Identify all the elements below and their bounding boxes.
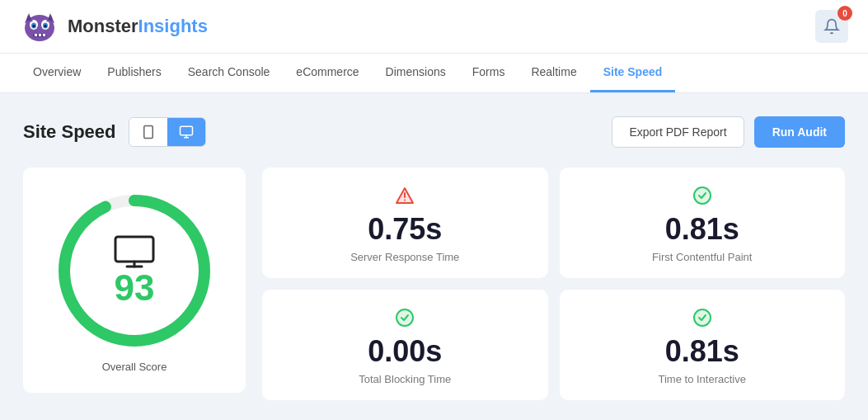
desktop-device-button[interactable] (167, 118, 205, 146)
notification-badge: 0 (838, 6, 852, 21)
check-circle-icon-3 (692, 308, 712, 328)
nav-item-search-console[interactable]: Search Console (175, 54, 284, 92)
check-icon-tti (692, 308, 712, 332)
metric-card-time-to-interactive: 0.81s Time to Interactive (560, 290, 846, 400)
svg-point-6 (45, 25, 47, 27)
metric-value-tbt: 0.00s (368, 337, 442, 366)
check-icon-tbt (395, 308, 415, 332)
content-grid: 93 Overall Score 0.75s Server Response (23, 168, 845, 400)
metric-value-fcp: 0.81s (665, 215, 739, 244)
check-icon-fcp (692, 186, 712, 210)
metric-label-server-response: Server Response Time (350, 251, 459, 263)
export-pdf-button[interactable]: Export PDF Report (612, 116, 744, 148)
mobile-device-button[interactable] (129, 118, 167, 146)
score-card: 93 Overall Score (23, 168, 246, 393)
page-header: Site Speed (23, 116, 845, 148)
metric-label-fcp: First Contentful Paint (652, 251, 752, 263)
score-label: Overall Score (102, 361, 167, 373)
metric-card-total-blocking-time: 0.00s Total Blocking Time (262, 290, 548, 400)
metric-value-server-response: 0.75s (368, 215, 442, 244)
logo-area: MonsterInsights (20, 7, 208, 46)
metrics-grid: 0.75s Server Response Time 0.81s First C… (262, 168, 845, 400)
bell-icon (823, 18, 840, 35)
triangle-warning-icon (395, 186, 415, 205)
main-content: Site Speed (0, 93, 868, 420)
notifications-button[interactable]: 0 (815, 10, 848, 43)
svg-point-27 (404, 200, 406, 201)
nav-item-overview[interactable]: Overview (20, 54, 94, 92)
nav-item-ecommerce[interactable]: eCommerce (283, 54, 372, 92)
page-title: Site Speed (23, 121, 115, 143)
svg-rect-17 (181, 126, 193, 135)
nav-item-realtime[interactable]: Realtime (518, 54, 589, 92)
page-title-area: Site Speed (23, 117, 206, 147)
warning-icon (395, 186, 415, 210)
logo-icon (20, 7, 59, 46)
metric-card-server-response-time: 0.75s Server Response Time (262, 168, 548, 278)
metric-label-tti: Time to Interactive (659, 373, 746, 385)
check-circle-icon (692, 186, 712, 205)
desktop-icon (179, 125, 194, 139)
nav-item-publishers[interactable]: Publishers (94, 54, 174, 92)
device-toggle (129, 117, 206, 147)
logo-text: MonsterInsights (68, 16, 208, 37)
header: MonsterInsights 0 (0, 0, 868, 54)
nav: Overview Publishers Search Console eComm… (0, 54, 868, 93)
metric-card-first-contentful-paint: 0.81s First Contentful Paint (560, 168, 846, 278)
monitor-icon (114, 235, 155, 270)
metric-value-tti: 0.81s (665, 337, 739, 366)
metric-label-tbt: Total Blocking Time (359, 373, 451, 385)
score-value: 93 (115, 270, 155, 306)
mobile-icon (141, 125, 156, 139)
logo-monster: Monster (68, 16, 138, 36)
nav-item-dimensions[interactable]: Dimensions (373, 54, 459, 92)
run-audit-button[interactable]: Run Audit (754, 116, 845, 148)
logo-insights: Insights (138, 16, 208, 36)
header-actions: Export PDF Report Run Audit (612, 116, 845, 148)
svg-point-5 (33, 25, 35, 27)
circle-inner: 93 (114, 235, 155, 306)
nav-item-forms[interactable]: Forms (459, 54, 518, 92)
header-right: 0 (815, 10, 848, 43)
svg-rect-12 (35, 34, 37, 36)
svg-rect-13 (39, 34, 41, 36)
nav-item-site-speed[interactable]: Site Speed (590, 54, 676, 92)
svg-rect-21 (115, 237, 153, 262)
score-circle: 93 (56, 192, 213, 349)
check-circle-icon-2 (395, 308, 415, 328)
svg-rect-14 (43, 34, 45, 36)
